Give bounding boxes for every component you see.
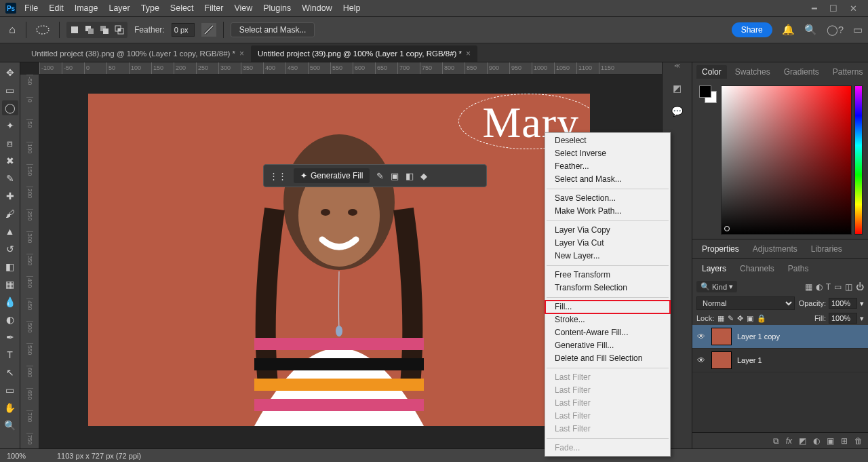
context-menu-item[interactable]: Delete and Fill Selection: [545, 352, 670, 365]
filter-type-icon[interactable]: T: [826, 282, 831, 292]
invert-selection-icon[interactable]: ◧: [406, 171, 414, 181]
menu-filter[interactable]: Filter: [199, 2, 229, 14]
context-menu-item[interactable]: Transform Selection: [545, 282, 670, 294]
crop-tool-icon[interactable]: ⧈: [2, 136, 18, 151]
lasso-tool-icon[interactable]: ◯: [2, 100, 18, 115]
panel-tab-swatches[interactable]: Swatches: [730, 65, 776, 79]
new-selection-icon[interactable]: [68, 23, 81, 37]
current-tool-icon[interactable]: [33, 22, 52, 38]
panel-tab-channels[interactable]: Channels: [734, 262, 780, 275]
move-tool-icon[interactable]: ✥: [2, 65, 18, 80]
add-selection-icon[interactable]: [83, 23, 96, 37]
filter-smart-icon[interactable]: ◫: [845, 282, 852, 292]
drag-handle-icon[interactable]: ⋮⋮: [269, 171, 287, 181]
history-panel-icon[interactable]: ◩: [671, 81, 684, 95]
modify-selection-icon[interactable]: ✎: [376, 171, 384, 181]
layer-thumbnail[interactable]: [711, 351, 732, 369]
menu-help[interactable]: Help: [338, 2, 366, 14]
marquee-tool-icon[interactable]: ▭: [2, 83, 18, 98]
layer-style-icon[interactable]: fx: [786, 436, 792, 446]
stamp-tool-icon[interactable]: ▲: [2, 224, 18, 239]
feather-input[interactable]: [172, 23, 195, 37]
close-tab-icon[interactable]: ×: [466, 49, 471, 58]
delete-layer-icon[interactable]: 🗑: [854, 436, 863, 446]
menu-layer[interactable]: Layer: [103, 2, 135, 14]
eyedropper-tool-icon[interactable]: ✎: [2, 171, 18, 186]
context-menu-item[interactable]: Content-Aware Fill...: [545, 326, 670, 339]
context-menu-item[interactable]: Save Selection...: [545, 192, 670, 205]
zoom-level[interactable]: 100%: [7, 452, 41, 460]
panel-tab-color[interactable]: Color: [696, 65, 727, 79]
visibility-icon[interactable]: 👁: [696, 355, 706, 365]
history-brush-tool-icon[interactable]: ↺: [2, 242, 18, 256]
layer-item[interactable]: 👁Layer 1: [692, 349, 868, 372]
select-and-mask-button[interactable]: Select and Mask...: [231, 22, 315, 37]
menu-image[interactable]: Image: [69, 2, 104, 14]
select-subject-icon[interactable]: ▣: [391, 171, 399, 181]
context-menu-item[interactable]: Deselect: [545, 134, 670, 147]
context-menu-item[interactable]: Feather...: [545, 160, 670, 173]
fill-chevron-icon[interactable]: ▾: [860, 314, 864, 323]
link-layers-icon[interactable]: ⧉: [773, 436, 779, 446]
blur-tool-icon[interactable]: 💧: [2, 294, 18, 309]
context-menu-item[interactable]: Make Work Path...: [545, 205, 670, 218]
filter-toggle-icon[interactable]: ⏻: [856, 282, 864, 292]
menu-edit[interactable]: Edit: [43, 2, 69, 14]
opacity-input[interactable]: [829, 298, 857, 309]
close-icon[interactable]: ✕: [850, 3, 857, 14]
notifications-icon[interactable]: 🔔: [782, 24, 795, 36]
menu-plugins[interactable]: Plugins: [258, 2, 296, 14]
layer-kind-filter[interactable]: 🔍 Kind ▾: [696, 281, 737, 292]
document-tab[interactable]: Untitled project (38).png @ 100% (Layer …: [24, 45, 251, 62]
adjustment-layer-icon[interactable]: ◐: [813, 436, 820, 446]
healing-tool-icon[interactable]: ✚: [2, 189, 18, 204]
document-canvas[interactable]: Mary: [88, 94, 590, 426]
context-menu-item[interactable]: Select Inverse: [545, 147, 670, 160]
group-layers-icon[interactable]: ▣: [827, 436, 834, 446]
filter-adjust-icon[interactable]: ◐: [816, 282, 823, 292]
minimize-icon[interactable]: ━: [812, 3, 817, 14]
context-menu-item[interactable]: Free Transform: [545, 269, 670, 282]
shape-tool-icon[interactable]: ▭: [2, 383, 18, 398]
collapse-arrow-icon[interactable]: ≪: [663, 62, 692, 69]
anti-alias-icon[interactable]: [201, 23, 216, 37]
home-icon[interactable]: ⌂: [5, 23, 19, 37]
menu-window[interactable]: Window: [296, 2, 337, 14]
document-tab[interactable]: Untitled project (39).png @ 100% (Layer …: [251, 45, 477, 62]
menu-select[interactable]: Select: [165, 2, 199, 14]
subtract-selection-icon[interactable]: [98, 23, 111, 37]
opacity-chevron-icon[interactable]: ▾: [860, 299, 864, 308]
menu-file[interactable]: File: [19, 2, 43, 14]
comments-panel-icon[interactable]: 💬: [671, 104, 684, 118]
zoom-tool-icon[interactable]: 🔍: [2, 418, 18, 433]
layer-mask-icon[interactable]: ◩: [799, 436, 806, 446]
lock-position-icon[interactable]: ✥: [737, 314, 743, 323]
fill-icon[interactable]: ◆: [420, 171, 427, 181]
panel-tab-libraries[interactable]: Libraries: [806, 242, 848, 256]
layer-item[interactable]: 👁Layer 1 copy: [692, 325, 868, 349]
search-icon[interactable]: 🔍: [804, 24, 817, 36]
fgbg-swatch[interactable]: [699, 85, 717, 103]
panel-tab-layers[interactable]: Layers: [696, 262, 732, 275]
brush-tool-icon[interactable]: 🖌: [2, 206, 18, 221]
quick-select-tool-icon[interactable]: ✦: [2, 118, 18, 133]
maximize-icon[interactable]: ☐: [829, 3, 837, 14]
hue-slider[interactable]: [854, 85, 863, 235]
layer-thumbnail[interactable]: [711, 328, 732, 345]
color-field[interactable]: [721, 85, 852, 235]
panel-tab-paths[interactable]: Paths: [783, 262, 814, 275]
panel-tab-properties[interactable]: Properties: [696, 242, 745, 256]
panel-tab-gradients[interactable]: Gradients: [778, 65, 825, 79]
hand-tool-icon[interactable]: ✋: [2, 400, 18, 415]
new-layer-icon[interactable]: ⊞: [841, 436, 848, 446]
filter-shape-icon[interactable]: ▭: [834, 282, 842, 292]
fill-input[interactable]: [829, 313, 857, 324]
generative-fill-button[interactable]: ✦ Generative Fill: [294, 168, 370, 183]
lock-artboard-icon[interactable]: ▣: [747, 314, 753, 323]
workspace-icon[interactable]: ▭: [853, 24, 863, 36]
context-menu-item[interactable]: Stroke...: [545, 313, 670, 326]
context-menu-item[interactable]: Layer Via Cut: [545, 237, 670, 250]
context-menu-item[interactable]: Layer Via Copy: [545, 224, 670, 237]
context-menu-item[interactable]: Generative Fill...: [545, 339, 670, 352]
type-tool-icon[interactable]: T: [2, 347, 18, 362]
